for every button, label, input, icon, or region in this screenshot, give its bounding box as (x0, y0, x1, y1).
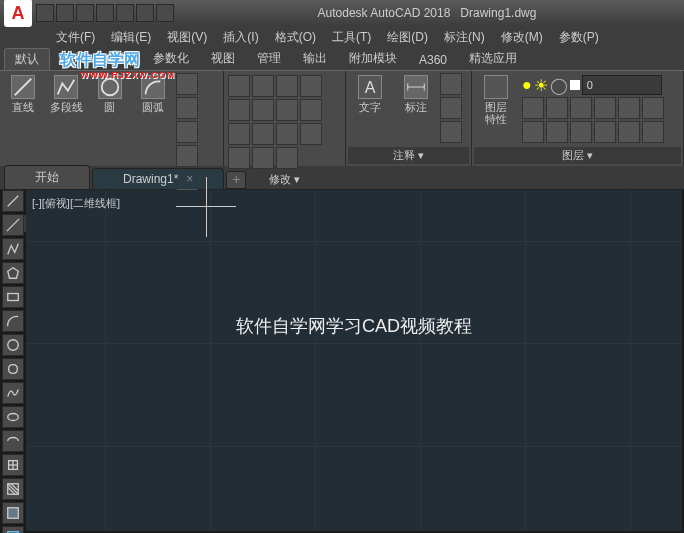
tb-polyline-icon[interactable] (2, 238, 24, 260)
redo-icon[interactable] (156, 4, 174, 22)
tutorial-text: 软件自学网学习CAD视频教程 (236, 314, 472, 338)
quick-access-toolbar (36, 4, 174, 22)
add-tab-button[interactable]: + (226, 171, 246, 189)
rotate-icon[interactable] (252, 75, 274, 97)
layer-current-input[interactable] (582, 75, 662, 95)
tab-output[interactable]: 输出 (292, 47, 338, 70)
line-button[interactable]: 直线 (2, 73, 44, 115)
menu-format[interactable]: 格式(O) (269, 28, 322, 47)
tab-featured[interactable]: 精选应用 (458, 47, 528, 70)
layer-lock-icon[interactable] (594, 97, 616, 119)
undo-icon[interactable] (136, 4, 154, 22)
scale-icon[interactable] (300, 123, 322, 145)
chamfer-icon[interactable] (228, 123, 250, 145)
layer-prev-icon[interactable] (522, 121, 544, 143)
hatch-icon[interactable] (176, 145, 198, 167)
explode-icon[interactable] (252, 123, 274, 145)
title-bar: A Autodesk AutoCAD 2018 Drawing1.dwg (0, 0, 684, 26)
tb-revcloud-icon[interactable] (2, 358, 24, 380)
tab-a360[interactable]: A360 (408, 50, 458, 70)
open-icon[interactable] (56, 4, 74, 22)
layer-properties-button[interactable]: 图层 特性 (474, 73, 518, 127)
tab-default[interactable]: 默认 (4, 48, 50, 70)
bulb-icon: ● (522, 76, 532, 94)
tab-start[interactable]: 开始 (4, 165, 90, 189)
viewport-label[interactable]: [-][俯视][二维线框] (32, 196, 120, 211)
table-icon[interactable] (440, 97, 462, 119)
trim-icon[interactable] (276, 75, 298, 97)
leader-icon[interactable] (440, 73, 462, 95)
svg-line-5 (8, 196, 19, 207)
sun-icon: ☀ (534, 76, 548, 95)
tab-drawing1[interactable]: Drawing1*× (92, 168, 224, 189)
tab-view[interactable]: 视图 (200, 47, 246, 70)
menu-dimension[interactable]: 标注(N) (438, 28, 491, 47)
ribbon: 直线 多段线 圆 圆弧 绘图 ▾ (0, 70, 684, 166)
layer-make-icon[interactable] (618, 97, 640, 119)
menu-bar: 文件(F) 编辑(E) 视图(V) 插入(I) 格式(O) 工具(T) 绘图(D… (0, 26, 684, 48)
tb-line-icon[interactable] (2, 190, 24, 212)
tab-manage[interactable]: 管理 (246, 47, 292, 70)
svg-rect-8 (8, 294, 19, 301)
tb-circle-icon[interactable] (2, 334, 24, 356)
panel-layer-title[interactable]: 图层 ▾ (474, 147, 681, 164)
menu-parametric[interactable]: 参数(P) (553, 28, 605, 47)
menu-edit[interactable]: 编辑(E) (105, 28, 157, 47)
dimension-button[interactable]: 标注 (394, 73, 438, 115)
menu-file[interactable]: 文件(F) (50, 28, 101, 47)
rectangle-icon[interactable] (176, 73, 198, 95)
panel-annotate-title[interactable]: 注释 ▾ (348, 147, 469, 164)
text-button[interactable]: A 文字 (348, 73, 392, 115)
drawing-area[interactable]: [-][俯视][二维线框] 软件自学网学习CAD视频教程 (26, 190, 682, 531)
menu-view[interactable]: 视图(V) (161, 28, 213, 47)
tb-region-icon[interactable] (2, 526, 24, 533)
align-icon[interactable] (276, 147, 298, 169)
tb-insert-icon[interactable] (2, 454, 24, 476)
tb-spline-icon[interactable] (2, 382, 24, 404)
tb-arc-icon[interactable] (2, 310, 24, 332)
menu-insert[interactable]: 插入(I) (217, 28, 264, 47)
app-logo[interactable]: A (4, 0, 32, 27)
tb-ellipsearc-icon[interactable] (2, 430, 24, 452)
mirror-icon[interactable] (276, 99, 298, 121)
layer-off-icon[interactable] (570, 97, 592, 119)
layer-uniso-icon[interactable] (546, 121, 568, 143)
stretch-icon[interactable] (276, 123, 298, 145)
tab-parametric[interactable]: 参数化 (142, 47, 200, 70)
saveas-icon[interactable] (96, 4, 114, 22)
mtext-icon[interactable] (440, 121, 462, 143)
left-toolbar (2, 190, 26, 533)
tb-xline-icon[interactable] (2, 214, 24, 236)
watermark-text: 软件自学网 (60, 50, 140, 71)
menu-modify[interactable]: 修改(M) (495, 28, 549, 47)
tb-rectangle-icon[interactable] (2, 286, 24, 308)
layer-thaw-icon[interactable] (570, 121, 592, 143)
layer-freeze-icon[interactable] (546, 97, 568, 119)
layer-iso-icon[interactable] (522, 97, 544, 119)
tb-ellipse-icon[interactable] (2, 406, 24, 428)
menu-tools[interactable]: 工具(T) (326, 28, 377, 47)
tb-polygon-icon[interactable] (2, 262, 24, 284)
save-icon[interactable] (76, 4, 94, 22)
panel-modify: 修改 ▾ (224, 71, 346, 166)
menu-draw[interactable]: 绘图(D) (381, 28, 434, 47)
array-icon[interactable] (228, 147, 250, 169)
ellipse-icon[interactable] (176, 121, 198, 143)
fillet-icon[interactable] (300, 99, 322, 121)
tab-addins[interactable]: 附加模块 (338, 47, 408, 70)
tb-gradient-icon[interactable] (2, 502, 24, 524)
layer-walk-icon[interactable] (642, 121, 664, 143)
extend-icon[interactable] (300, 75, 322, 97)
move-icon[interactable] (228, 75, 250, 97)
close-icon[interactable]: × (186, 172, 193, 186)
offset-icon[interactable] (252, 147, 274, 169)
layer-match-icon[interactable] (642, 97, 664, 119)
print-icon[interactable] (116, 4, 134, 22)
erase-icon[interactable] (228, 99, 250, 121)
new-icon[interactable] (36, 4, 54, 22)
layer-unlock-icon[interactable] (618, 121, 640, 143)
spline-icon[interactable] (176, 97, 198, 119)
layer-on-icon[interactable] (594, 121, 616, 143)
copy-icon[interactable] (252, 99, 274, 121)
tb-hatch-icon[interactable] (2, 478, 24, 500)
